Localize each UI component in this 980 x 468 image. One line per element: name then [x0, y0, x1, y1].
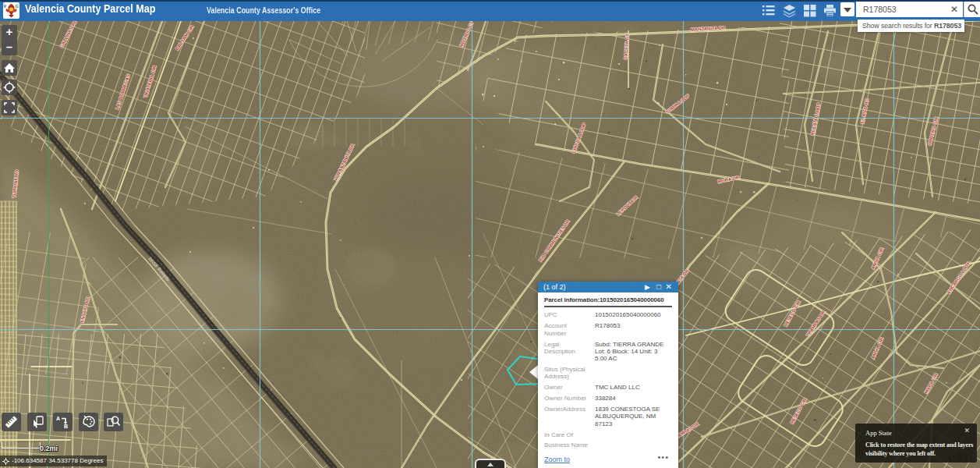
svg-text:B: B: [64, 424, 68, 429]
svg-text:A: A: [56, 416, 60, 421]
